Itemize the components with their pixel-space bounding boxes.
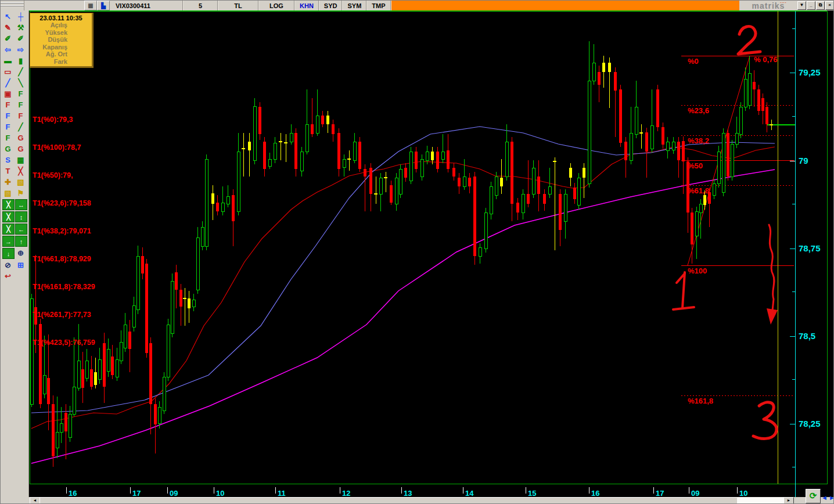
- pencil-icon[interactable]: ✎: [2, 22, 14, 33]
- fib-info-line: T1(%0):79,3: [33, 115, 95, 124]
- symbol-button[interactable]: VIX0300411: [110, 1, 184, 10]
- time-axis-label: 13: [404, 489, 412, 498]
- ray-icon[interactable]: ▭: [2, 66, 14, 77]
- zoom-in-icon[interactable]: ⊕: [15, 247, 27, 258]
- speed-lines-icon[interactable]: S: [2, 154, 14, 165]
- chart-type-icon[interactable]: ▙: [97, 1, 110, 10]
- time-axis-label: 14: [465, 489, 474, 498]
- zoom-x-icon[interactable]: ╳: [2, 211, 15, 222]
- scrollbar-thumb[interactable]: [39, 497, 738, 504]
- expand-vertical-icon[interactable]: ↕: [15, 211, 27, 222]
- fib-info-line: T1(%38,2):79,071: [33, 226, 95, 236]
- fib-arcs-icon[interactable]: F: [15, 110, 27, 121]
- pan-down-icon[interactable]: ↓: [2, 248, 15, 259]
- tab-sym[interactable]: SYM: [343, 1, 367, 10]
- arrow-left-icon[interactable]: ⇦: [2, 44, 14, 55]
- fib-levels-icon[interactable]: F: [2, 99, 14, 110]
- fib-fan-icon[interactable]: F: [15, 99, 27, 110]
- trendline-icon[interactable]: ╱: [15, 66, 27, 77]
- add-line-icon[interactable]: ✐: [15, 33, 27, 44]
- time-axis-label: 15: [528, 489, 536, 498]
- tooltip-diff-label: Fark: [30, 58, 92, 66]
- zoom-all-icon[interactable]: ╳: [2, 199, 15, 210]
- tab-tmp[interactable]: TMP: [367, 1, 391, 10]
- expand-horizontal-icon[interactable]: ↔: [15, 199, 27, 210]
- time-axis-label: 11: [278, 489, 286, 498]
- axis-settings-icon[interactable]: ⊞: [15, 260, 27, 271]
- time-axis-label: 10: [216, 489, 224, 498]
- page-forward-icon[interactable]: ►: [828, 494, 834, 502]
- crosshair-icon[interactable]: ┼: [15, 11, 27, 22]
- fib-info-line: T1(%161,8):78,329: [33, 282, 95, 291]
- move-tool-icon[interactable]: ✚: [2, 177, 14, 188]
- box-object-icon[interactable]: ▧: [15, 177, 27, 188]
- tab-khn[interactable]: KHN: [295, 1, 319, 10]
- arrow-right-icon[interactable]: ⇨: [15, 44, 27, 55]
- pan-right-icon[interactable]: →: [2, 236, 15, 247]
- fib-high-value-label: % 0,76: [754, 55, 777, 64]
- chart-canvas[interactable]: %0%23,6%38,2%50%61,8%100%161,8% 0,7679,2…: [1, 1, 834, 504]
- fib-info-block: T1(%0):79,3 T1(%100):78,7 T1(%50):79, T1…: [33, 96, 95, 366]
- restore-button[interactable]: ⧉: [816, 1, 825, 10]
- toolbar-grip[interactable]: [1, 1, 24, 10]
- grid-icon[interactable]: ▦: [15, 154, 27, 165]
- refresh-button[interactable]: ⟳: [806, 489, 821, 503]
- top-toolbar: ▦ ▙ VIX0300411 5 TL LOG KHN SYD SYM TMP …: [1, 1, 834, 10]
- scrollbar-track[interactable]: [737, 497, 783, 503]
- pan-up-icon[interactable]: ↑: [15, 236, 27, 247]
- gann-angle-icon[interactable]: G: [15, 132, 27, 143]
- alarm-icon[interactable]: ⚑: [15, 188, 27, 199]
- undo-arrow-icon[interactable]: ↩: [2, 271, 14, 282]
- window-mode-icon[interactable]: ▦: [84, 1, 97, 10]
- box-object2-icon[interactable]: ▧: [2, 188, 14, 199]
- price-axis-label: 78,75: [799, 243, 821, 253]
- bottom-scroll-row: ◄ ► ⟳ ◄ ►: [28, 497, 834, 504]
- screen-draw-icon[interactable]: ▣: [2, 88, 14, 99]
- time-axis-label: 09: [691, 489, 699, 498]
- tab-syd[interactable]: SYD: [319, 1, 343, 10]
- tooltip-low-label: Düşük: [30, 36, 92, 44]
- channel-down-icon[interactable]: ╲: [15, 77, 27, 88]
- fib-timezones-icon[interactable]: F: [2, 110, 14, 121]
- gann-fan-icon[interactable]: G: [2, 143, 14, 154]
- minimize-button[interactable]: _: [807, 1, 815, 10]
- time-axis-label: 10: [739, 489, 747, 498]
- erase-lines-icon[interactable]: ╳: [15, 165, 27, 177]
- gann-grid-icon[interactable]: G: [15, 143, 27, 154]
- fib-label: %50: [688, 161, 703, 170]
- zoom-out-box-icon[interactable]: ╳: [2, 224, 15, 235]
- window-menu-button[interactable]: ▼: [797, 1, 806, 10]
- vertical-line-icon[interactable]: ▮: [15, 55, 27, 66]
- fib-retracement-icon[interactable]: F: [15, 88, 27, 99]
- time-axis-label: 17: [132, 489, 141, 498]
- fib-label: %61,8: [688, 186, 709, 195]
- cursor-icon[interactable]: ↖: [2, 11, 14, 22]
- fib-expansion-icon[interactable]: F: [2, 121, 14, 132]
- fib-channel-icon[interactable]: F: [2, 132, 14, 143]
- price-axis-label: 78,25: [799, 419, 821, 429]
- fib-label: %0: [688, 57, 699, 66]
- scale-button[interactable]: LOG: [259, 1, 295, 10]
- text-tool-icon[interactable]: T: [2, 165, 14, 177]
- zoom-select-icon[interactable]: ⊘: [2, 260, 14, 271]
- period-button[interactable]: 5: [184, 1, 218, 10]
- tools-icon[interactable]: ⚒: [15, 22, 27, 33]
- close-button[interactable]: ×: [825, 1, 834, 10]
- time-axis-label: 17: [656, 489, 664, 498]
- scroll-right-button[interactable]: ►: [783, 497, 794, 504]
- channel-up-icon[interactable]: ╱: [2, 77, 14, 88]
- tool-icon-grid: ↖┼✎⚒✐✐⇦⇨▬▮▭╱╱╲▣FFFFFF╱FGGGS▦T╳✚▧▧⚑╳↔╳↕╳←…: [1, 10, 28, 282]
- page-back-icon[interactable]: ◄: [821, 494, 828, 502]
- time-axis-label: 16: [69, 489, 77, 498]
- price-axis-label: 79,25: [799, 67, 821, 77]
- green-pen-icon[interactable]: ✐: [2, 33, 14, 44]
- currency-button[interactable]: TL: [218, 1, 259, 10]
- tooltip-high-label: Yüksek: [30, 29, 92, 37]
- fib-info-line: T1(%261,7):77,73: [33, 310, 95, 319]
- scroll-left-button[interactable]: ◄: [30, 497, 40, 504]
- fib-info-line: T1(%50):79,: [33, 171, 95, 180]
- toolbar-spacer: [24, 1, 84, 10]
- pan-left-icon[interactable]: ←: [15, 224, 27, 235]
- horizontal-line-icon[interactable]: ▬: [2, 55, 14, 66]
- gann-line-icon[interactable]: ╱: [15, 121, 27, 132]
